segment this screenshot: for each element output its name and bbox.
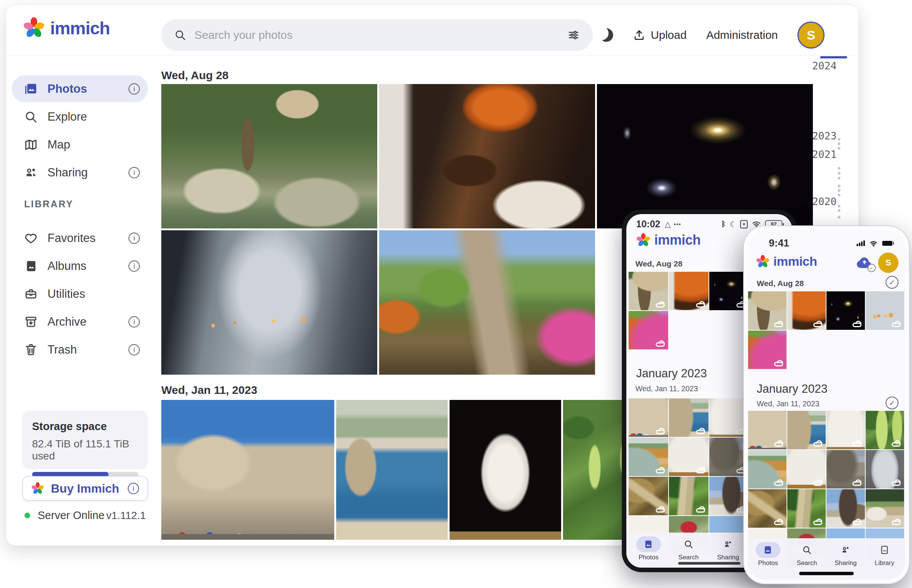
photo-winter-church[interactable] <box>826 489 865 528</box>
sidebar-item-sharing[interactable]: Sharing <box>12 159 148 186</box>
timeline-tick <box>838 194 840 196</box>
photo-coastal-tower[interactable] <box>787 411 826 449</box>
photo-fortress-walls[interactable] <box>748 411 786 449</box>
photo-marble-bust[interactable] <box>450 400 561 540</box>
search-bar[interactable] <box>161 19 593 51</box>
sidebar-item-archive[interactable]: Archive <box>12 309 148 335</box>
dark-mode-toggle-icon[interactable] <box>598 27 614 44</box>
nav-tab-sharing[interactable]: Sharing <box>711 536 745 561</box>
cloud-backup-icon <box>656 430 665 434</box>
photo-beach-cliff[interactable] <box>748 450 786 488</box>
photo-fortress-walls[interactable] <box>629 398 668 437</box>
timeline-year[interactable]: 2024 <box>812 60 837 72</box>
cloud-backup-icon <box>852 481 862 486</box>
timeline-year[interactable]: 2020 <box>812 195 837 207</box>
nav-tab-library[interactable]: Library <box>868 542 901 567</box>
info-icon[interactable] <box>129 316 140 328</box>
photo-autumn-park-path[interactable] <box>629 311 668 349</box>
immich-logo: immich <box>756 254 817 269</box>
info-icon[interactable] <box>129 260 140 272</box>
nav-tab-search[interactable]: Search <box>671 536 705 561</box>
immich-logo[interactable]: immich <box>23 17 110 39</box>
storage-title: Storage space <box>32 420 138 433</box>
photo-fortress-walls[interactable] <box>161 400 334 540</box>
heart-icon <box>24 231 38 245</box>
server-status-row: Server Online v1.112.1 <box>22 509 148 522</box>
photo-lizard-moss[interactable] <box>787 489 826 528</box>
timeline-year[interactable]: 2023 <box>812 130 837 142</box>
cloud-backup-icon <box>813 323 822 327</box>
photo-marble-rock[interactable] <box>787 450 826 488</box>
sidebar-item-favorites[interactable]: Favorites <box>12 225 148 251</box>
immich-flower-icon <box>636 233 651 247</box>
photo-harvest-dinner[interactable] <box>787 291 826 330</box>
cloud-backup-icon <box>813 442 822 447</box>
photo-holding-hands[interactable] <box>161 230 377 375</box>
buy-immich-button[interactable]: Buy Immich <box>22 476 148 501</box>
info-icon[interactable] <box>129 233 140 244</box>
select-all-check-icon[interactable] <box>886 397 898 409</box>
photo-holding-hands[interactable] <box>866 291 904 330</box>
info-icon <box>128 483 139 494</box>
user-avatar[interactable]: S <box>878 252 898 273</box>
photo-monkeys-zoo[interactable] <box>161 84 377 228</box>
sidebar-item-utilities[interactable]: Utilities <box>12 280 148 307</box>
no-sim-icon: × <box>740 220 748 228</box>
photo-castle-ruins[interactable] <box>826 450 865 488</box>
cloud-backup-icon <box>852 442 862 447</box>
timeline-tick <box>838 172 840 174</box>
sidebar-item-map[interactable]: Map <box>12 131 148 158</box>
cloud-backup-icon <box>813 520 822 525</box>
photo-autumn-park-path[interactable] <box>379 230 595 375</box>
photo-winter-farm[interactable] <box>866 489 904 528</box>
search-filters-icon[interactable] <box>567 29 580 42</box>
sidebar-item-albums[interactable]: Albums <box>12 252 148 279</box>
photo-harvest-dinner[interactable] <box>669 272 709 310</box>
info-icon[interactable] <box>129 83 140 95</box>
nav-tab-photos[interactable]: Photos <box>632 536 665 561</box>
photo-marble-bust[interactable] <box>826 411 865 449</box>
photo-lizard-leaves[interactable] <box>748 489 786 528</box>
header-divider <box>6 55 859 55</box>
nav-tab-search[interactable]: Search <box>790 542 824 567</box>
photo-silver-ornament[interactable] <box>866 450 904 488</box>
cloud-backup-icon <box>852 520 862 525</box>
timeline-scrubber-handle[interactable] <box>820 56 847 58</box>
nav-tab-sharing[interactable]: Sharing <box>829 542 863 567</box>
photo-marble-rock[interactable] <box>669 438 709 476</box>
search-input[interactable] <box>194 29 559 42</box>
sidebar-item-photos[interactable]: Photos <box>12 75 148 102</box>
photo-lizard-moss[interactable] <box>669 477 709 515</box>
cloud-backup-icon <box>656 303 665 308</box>
month-header: January 2023 <box>757 382 828 396</box>
timeline-year[interactable]: 2021 <box>812 149 837 160</box>
photo-harvest-dinner[interactable] <box>379 84 595 228</box>
photo-autumn-park-path[interactable] <box>748 331 786 369</box>
cloud-backup-icon <box>813 481 822 486</box>
photo-monkeys-zoo[interactable] <box>629 272 668 310</box>
server-online-dot <box>24 513 30 518</box>
administration-link[interactable]: Administration <box>706 29 778 42</box>
select-all-check-icon[interactable] <box>886 276 898 289</box>
photo-monkeys-zoo[interactable] <box>748 291 786 330</box>
photo-fireworks[interactable] <box>597 84 813 228</box>
photo-coastal-tower[interactable] <box>669 398 709 437</box>
sharing-icon <box>24 166 38 179</box>
sidebar-item-explore[interactable]: Explore <box>12 103 148 130</box>
status-time: 10:02 <box>636 219 660 229</box>
user-avatar[interactable]: S <box>797 21 825 48</box>
backup-cloud-button[interactable] <box>856 255 873 271</box>
upload-label: Upload <box>651 29 687 42</box>
sidebar-item-trash[interactable]: Trash <box>12 336 148 363</box>
nav-tab-photos[interactable]: Photos <box>751 542 785 567</box>
trash-icon <box>24 343 38 357</box>
photo-green-berries[interactable] <box>866 411 904 449</box>
photo-coastal-tower[interactable] <box>336 400 448 540</box>
upload-button[interactable]: Upload <box>633 29 687 42</box>
info-icon[interactable] <box>129 344 140 355</box>
info-icon[interactable] <box>129 167 140 178</box>
photo-beach-cliff[interactable] <box>629 438 668 476</box>
photo-lizard-leaves[interactable] <box>629 477 668 515</box>
date-group-header: Wed, Aug 28 <box>161 69 228 82</box>
photo-fireworks[interactable] <box>826 291 865 330</box>
